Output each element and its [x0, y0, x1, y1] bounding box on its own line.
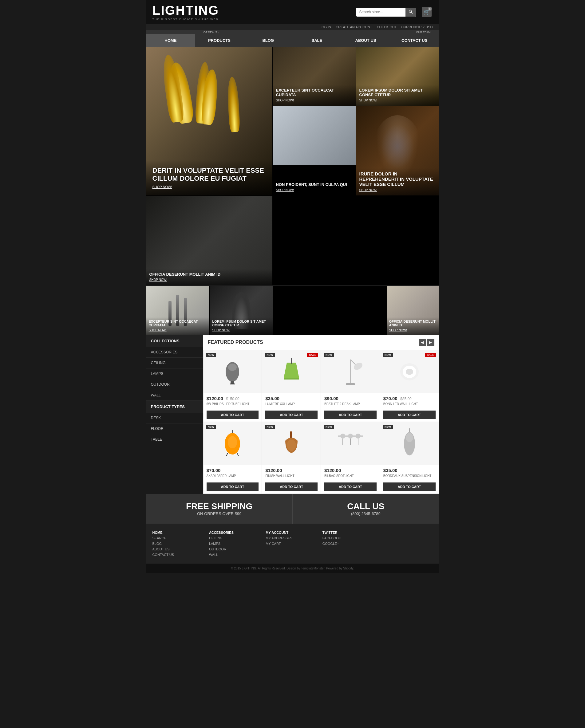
products-grid-row2: NEW $70.00 AKARI PAPER LAMP ADD TO CART: [203, 422, 439, 494]
hero-bottom-1-shop[interactable]: SHOP NOW!: [149, 329, 167, 332]
add-to-cart-4[interactable]: ADD TO CART: [383, 411, 436, 419]
add-to-cart-5[interactable]: ADD TO CART: [207, 483, 259, 491]
svg-point-19: [406, 369, 413, 375]
create-account-link[interactable]: CREATE AN ACCOUNT: [336, 25, 372, 29]
search-button[interactable]: [405, 8, 416, 17]
sidebar-wall[interactable]: WALL: [146, 390, 203, 401]
product-img-bulb: NEW: [204, 350, 262, 393]
hero-item-4-title: IRURE DOLOR IN REPREHENDERIT IN VOLUPTAT…: [359, 171, 436, 187]
hero-bottom-3: OFFICIA DESERUNT MOLLIT ANIM ID SHOP NOW…: [387, 286, 439, 335]
svg-point-9: [228, 364, 237, 371]
hero-bottom-2-shop[interactable]: SHOP NOW!: [212, 329, 230, 332]
price-8: $35.00: [383, 468, 398, 473]
svg-rect-8: [230, 384, 235, 385]
hero-item-3: NON PROIDENT, SUNT IN CULPA QUI SHOP NOW…: [273, 106, 356, 196]
next-arrow[interactable]: ▶: [427, 339, 434, 346]
hero-bottom-2-title: LOREM IPSUM DOLOR SIT AMET CONSE CTETUR: [212, 319, 271, 327]
svg-point-24: [228, 436, 237, 448]
currency-selector[interactable]: CURRENCIES: USD: [401, 25, 433, 29]
cart-icon[interactable]: 🛒 0: [421, 6, 433, 18]
svg-point-28: [340, 434, 345, 439]
nav-contact[interactable]: CONTACT US: [390, 34, 439, 47]
footer-twitter[interactable]: TWITTER: [323, 530, 376, 535]
footer-blog[interactable]: BLOG: [152, 541, 206, 546]
add-to-cart-3[interactable]: ADD TO CART: [324, 411, 377, 419]
add-to-cart-8[interactable]: ADD TO CART: [383, 483, 436, 491]
footer-accessories[interactable]: ACCESSORIES: [209, 530, 262, 535]
nav-home[interactable]: HOME: [146, 34, 195, 47]
call-sub: (800) 2345-6789: [299, 511, 433, 516]
prev-arrow[interactable]: ◀: [419, 339, 426, 346]
footer-ceiling[interactable]: CEILING: [209, 535, 262, 541]
footer-wall[interactable]: WALL: [209, 552, 262, 557]
add-to-cart-7[interactable]: ADD TO CART: [324, 483, 377, 491]
header-right: 🛒 0: [356, 6, 433, 18]
product-bulb: NEW $120.00 $150.00 6W PHILIPS LED TUBE …: [203, 350, 262, 422]
svg-rect-7: [231, 381, 234, 384]
name-2: LUMIERE XXL LAMP: [265, 402, 317, 406]
badge-new-8: NEW: [383, 425, 393, 429]
checkout-link[interactable]: CHECK OUT: [377, 25, 397, 29]
footer-contact[interactable]: CONTACT US: [152, 552, 206, 557]
product-img-paper: NEW: [204, 422, 262, 465]
footer-col-3: MY ACCOUNT MY ADDRESSES MY CART: [265, 530, 319, 557]
nav-blog[interactable]: BLOG: [244, 34, 292, 47]
add-to-cart-2[interactable]: ADD TO CART: [265, 411, 317, 419]
price-6: $120.00: [265, 468, 282, 473]
svg-line-23: [237, 453, 238, 456]
header: LIGHTING THE BIGGEST CHOICE ON THE WEB 🛒…: [146, 0, 439, 30]
hero-item-1-shop[interactable]: SHOP NOW!: [276, 99, 294, 102]
sidebar-outdoor[interactable]: OUTDOOR: [146, 379, 203, 390]
hero-main-shop-now[interactable]: SHOP NOW!: [152, 185, 172, 189]
sidebar-table[interactable]: TABLE: [146, 434, 203, 445]
badge-new-3: NEW: [324, 353, 334, 357]
badge-new-4: NEW: [383, 353, 393, 357]
hero-bottom-3-shop[interactable]: SHOP NOW!: [389, 329, 407, 332]
main-nav: HOME PRODUCTS BLOG SALE ABOUT US CONTACT…: [146, 34, 439, 47]
featured-header: FEATURED PRODUCTS ◀ ▶: [203, 335, 439, 350]
login-link[interactable]: LOG IN: [320, 25, 331, 29]
add-to-cart-6[interactable]: ADD TO CART: [265, 483, 317, 491]
hero-item-2-shop[interactable]: SHOP NOW!: [359, 99, 377, 102]
svg-text:0: 0: [429, 8, 431, 10]
hero-item-5: OFFICIA DESERUNT MOLLIT ANIM ID SHOP NOW…: [146, 196, 272, 285]
sidebar-floor[interactable]: FLOOR: [146, 423, 203, 434]
sidebar-accessories[interactable]: ACCESSORIES: [146, 347, 203, 358]
svg-marker-10: [284, 363, 299, 378]
product-info-1: $120.00 $150.00 6W PHILIPS LED TUBE LIGH…: [204, 393, 262, 408]
product-shade: NEW SALE $35.00 LUMIERE XXL LAMP ADD TO …: [262, 350, 321, 422]
sidebar-ceiling[interactable]: CEILING: [146, 358, 203, 368]
footer-home[interactable]: HOME: [152, 530, 206, 535]
footer-mycart[interactable]: MY CART: [265, 541, 319, 546]
footer-outdoor[interactable]: OUTDOOR: [209, 546, 262, 552]
product-types-title: PRODUCT TYPES: [146, 401, 203, 413]
hero-item-3-shop[interactable]: SHOP NOW!: [276, 188, 294, 192]
hot-deals-label: HOT DEALS ↑: [202, 31, 220, 34]
nav-sale[interactable]: SALE: [292, 34, 341, 47]
sidebar-desk[interactable]: DESK: [146, 413, 203, 423]
sidebar-lamps[interactable]: LAMPS: [146, 368, 203, 379]
price-3: $90.00: [324, 396, 338, 401]
svg-rect-11: [291, 358, 292, 364]
product-info-6: $120.00 FINISH WALL LIGHT: [262, 465, 321, 480]
nav-about[interactable]: ABOUT US: [341, 34, 390, 47]
footer-googleplus[interactable]: GOOGLE+: [323, 541, 376, 546]
badge-sale-2: SALE: [307, 353, 318, 357]
product-bordeaux: NEW $35.00 BORDEAUX SUSPENSION LIGHT ADD…: [380, 422, 439, 494]
footer-myaccount[interactable]: MY ACCOUNT: [265, 530, 319, 535]
footer-lamps[interactable]: LAMPS: [209, 541, 262, 546]
name-5: AKARI PAPER LAMP: [207, 474, 259, 477]
footer-myaddresses[interactable]: MY ADDRESSES: [265, 535, 319, 541]
footer-facebook[interactable]: FACEBOOK: [323, 535, 376, 541]
hero-item-5-shop[interactable]: SHOP NOW!: [149, 278, 167, 282]
hero-item-5-title: OFFICIA DESERUNT MOLLIT ANIM ID: [149, 272, 269, 277]
add-to-cart-1[interactable]: ADD TO CART: [207, 411, 259, 419]
footer-about[interactable]: ABOUT US: [152, 546, 206, 552]
footer-search[interactable]: SEARCH: [152, 535, 206, 541]
product-bilbao: NEW $120.00 BILBAO SPOTLIGHT ADD: [321, 422, 380, 494]
featured-products: FEATURED PRODUCTS ◀ ▶ NEW: [203, 335, 439, 494]
search-input[interactable]: [356, 8, 405, 16]
hero-item-4-shop[interactable]: SHOP NOW!: [359, 188, 377, 192]
svg-point-29: [348, 434, 353, 439]
nav-products[interactable]: PRODUCTS: [195, 34, 244, 47]
